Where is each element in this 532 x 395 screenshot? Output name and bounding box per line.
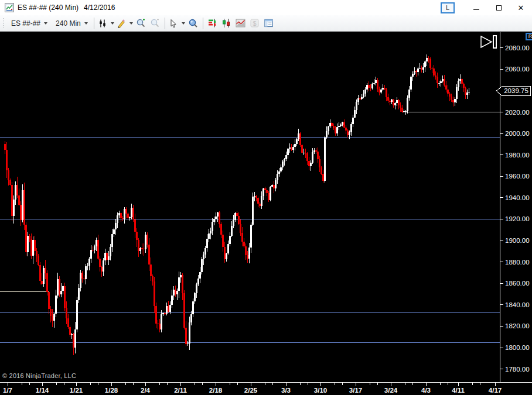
candle-body [178, 277, 180, 291]
price-tick-label: 1800.00 [505, 344, 530, 351]
candle-body [208, 233, 210, 239]
candle-body [347, 130, 349, 135]
date-tick-label: 3/10 [314, 387, 327, 394]
candle-body [20, 205, 22, 220]
window-title-date: 4/12/2016 [84, 4, 115, 12]
go-to-last-bar-icon-bar[interactable] [493, 36, 496, 48]
candle-body [285, 155, 287, 159]
candle-body [428, 58, 429, 59]
date-tick-label: 3/24 [384, 387, 398, 394]
candle-body [331, 123, 333, 125]
candle-body [458, 81, 459, 87]
candle-body [340, 125, 342, 126]
candle-body [166, 306, 168, 314]
candle-body [408, 90, 410, 98]
date-tick-label: 1/21 [70, 387, 83, 394]
chart-area[interactable]: 2080.002060.002040.002020.002000.001980.… [0, 0, 532, 395]
candle-body [231, 226, 233, 235]
candle-body [412, 74, 414, 77]
candle-body [282, 162, 284, 167]
candle-body [442, 79, 444, 81]
candle-body [320, 167, 322, 173]
candle-body [212, 222, 213, 231]
zoom-in-button[interactable] [134, 16, 148, 30]
link-button[interactable]: L [441, 2, 455, 13]
date-tick-label: 4/17 [489, 387, 502, 394]
candle-body [57, 279, 59, 295]
date-tick-label: 3/17 [349, 387, 362, 394]
candle-body [284, 159, 285, 162]
candle-body [118, 213, 120, 215]
chart-trader-button[interactable] [206, 16, 220, 30]
candle-body [294, 144, 296, 147]
candle-body [83, 279, 85, 279]
candle-body [378, 89, 380, 92]
dollar-button: $ [248, 16, 262, 30]
data-box-button[interactable] [186, 16, 200, 30]
price-tick-label: 2080.00 [505, 44, 530, 51]
candle-body [148, 245, 150, 265]
chart-overview-button[interactable] [234, 16, 248, 30]
candle-body [162, 313, 164, 314]
go-to-last-bar-icon[interactable] [481, 36, 492, 47]
candle-body [384, 88, 386, 90]
candle-body [308, 161, 310, 166]
candle-body [226, 253, 227, 259]
candle-body [259, 204, 261, 206]
candle-body [185, 328, 187, 344]
candle-body [350, 124, 352, 132]
candle-body [313, 150, 315, 152]
candle-body [99, 259, 101, 267]
candle-body [120, 213, 122, 218]
candle-body [204, 248, 206, 255]
candle-body [333, 126, 335, 129]
date-tick-label: 1/7 [3, 387, 12, 394]
last-price-label: 2039.75 [504, 87, 528, 94]
cursor-tool-button[interactable] [168, 16, 186, 30]
candle-body [438, 83, 440, 84]
minimize-button[interactable] [468, 0, 485, 15]
candle-body [159, 324, 161, 329]
maximize-button[interactable] [490, 0, 507, 15]
date-tick-label: 4/11 [452, 387, 465, 394]
price-tick-label: 1980.00 [505, 152, 530, 159]
properties-panel-button[interactable] [262, 16, 276, 30]
candle-body [210, 231, 212, 234]
candle-body [16, 185, 18, 195]
candle-body [245, 246, 247, 255]
candle-body [171, 296, 173, 305]
interval-selector[interactable]: 240 Min [51, 18, 91, 29]
zoom-in-icon [136, 18, 146, 28]
drawing-tools-button[interactable] [115, 16, 134, 30]
candle-body [357, 98, 359, 101]
close-button[interactable]: ✕ [512, 0, 530, 15]
candle-body [292, 147, 294, 150]
candle-body [305, 153, 306, 154]
candle-body [136, 232, 138, 241]
candle-body [8, 170, 9, 180]
corner-badge[interactable]: R [526, 33, 532, 40]
zoom-out-icon [150, 18, 160, 28]
toolbar-grip[interactable] [2, 18, 4, 29]
price-tick-label: 1940.00 [505, 194, 530, 201]
chart-window-icon[interactable] [5, 3, 14, 12]
candlestick-chart-button[interactable] [220, 16, 234, 30]
candle-body [80, 273, 81, 288]
candle-body [71, 334, 73, 335]
candle-body [419, 68, 421, 68]
instrument-selector[interactable]: ES ##-## [6, 18, 51, 29]
candle-body [319, 159, 320, 167]
candle-body [150, 265, 152, 277]
candle-body [173, 290, 175, 296]
price-tick-label: 1780.00 [505, 366, 530, 373]
candle-body [169, 305, 171, 312]
candle-body [25, 225, 27, 253]
candle-body [39, 265, 41, 280]
chart-style-button[interactable] [97, 16, 115, 30]
candle-body [127, 214, 129, 218]
chevron-down-icon [129, 22, 133, 25]
candle-body [197, 279, 199, 285]
candle-body [96, 240, 97, 246]
candle-body [273, 185, 275, 188]
candle-body [146, 235, 148, 245]
